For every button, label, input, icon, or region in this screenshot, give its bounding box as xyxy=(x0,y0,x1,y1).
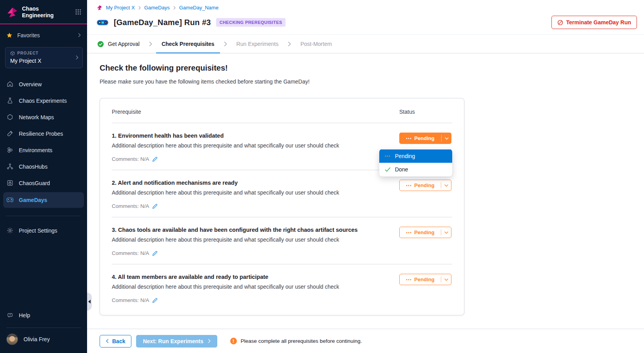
status-dropdown-button[interactable]: Pending xyxy=(399,274,451,285)
prohibit-icon xyxy=(557,20,563,25)
help-chat-icon: ? xyxy=(6,312,14,318)
hexagon-icon xyxy=(6,114,14,120)
prerequisite-description: Additional description here about this p… xyxy=(112,142,380,149)
sidebar-item-network-maps[interactable]: Network Maps xyxy=(0,109,87,126)
breadcrumb-gameday-name[interactable]: GameDay_Name xyxy=(179,5,218,11)
svg-text:?: ? xyxy=(9,313,11,316)
breadcrumb: My Project X GameDays GameDay_Name xyxy=(96,5,638,11)
back-button[interactable]: Back xyxy=(100,335,131,348)
step-get-approval[interactable]: Get Approval xyxy=(97,35,140,53)
status-dropdown-button[interactable]: Pending xyxy=(399,180,451,191)
warning-icon: ! xyxy=(230,338,237,344)
sidebar-item-overview[interactable]: Overview xyxy=(0,76,87,93)
probe-icon xyxy=(6,130,14,137)
gamepad-icon xyxy=(6,197,14,203)
sidebar-item-favorites[interactable]: Favorites xyxy=(0,24,87,41)
edit-comment-icon[interactable] xyxy=(152,156,158,162)
environments-icon xyxy=(6,147,14,153)
column-prerequisite: Prerequisite xyxy=(112,109,399,115)
gamepad-color-icon xyxy=(96,19,109,26)
sidebar-item-gamedays[interactable]: GameDays xyxy=(3,192,84,208)
chevron-right-icon xyxy=(208,339,211,343)
status-badge: CHECKING PREREQUISITES xyxy=(216,18,286,27)
brand-row: Chaos Engineering xyxy=(0,0,87,24)
avatar xyxy=(6,333,18,345)
terminate-gameday-button[interactable]: Terminate GameDay Run xyxy=(551,16,637,29)
option-label: Done xyxy=(395,166,408,173)
back-label: Back xyxy=(112,338,125,344)
status-label: Pending xyxy=(414,182,434,188)
sidebar-item-chaosguard[interactable]: ChaosGuard xyxy=(0,175,87,191)
main-area: My Project X GameDays GameDay_Name [Game… xyxy=(87,0,644,353)
nav-label: Network Maps xyxy=(19,114,54,120)
content-heading: Check the following prerequisites! xyxy=(100,64,631,73)
status-label: Pending xyxy=(414,277,434,282)
edit-comment-icon[interactable] xyxy=(152,298,158,303)
pending-dots-icon xyxy=(406,232,411,233)
prerequisites-warning: ! Please complete all prerequisites befo… xyxy=(230,338,362,344)
prerequisite-description: Additional description here about this p… xyxy=(112,189,380,196)
sidebar-item-chaos-experiments[interactable]: Chaos Experiments xyxy=(0,93,87,109)
nav-label: GameDays xyxy=(19,197,47,203)
chevron-right-icon xyxy=(138,6,141,10)
star-icon xyxy=(6,32,13,38)
step-post-mortem[interactable]: Post-Mortem xyxy=(300,35,332,53)
next-run-experiments-button[interactable]: Next: Run Experiments xyxy=(136,335,217,348)
sidebar-item-environments[interactable]: Environments xyxy=(0,142,87,158)
step-label: Post-Mortem xyxy=(300,41,332,47)
sidebar-item-help[interactable]: ? Help xyxy=(0,307,87,324)
breadcrumb-project[interactable]: My Project X xyxy=(106,5,135,11)
home-icon xyxy=(6,81,14,87)
edit-comment-icon[interactable] xyxy=(152,204,158,209)
project-label: PROJECT xyxy=(17,51,38,55)
chevron-right-icon xyxy=(288,42,291,46)
hub-icon xyxy=(6,163,14,170)
step-check-prerequisites[interactable]: Check Prerequisites xyxy=(162,35,215,53)
nav-label: Project Settings xyxy=(19,227,57,234)
sidebar-collapse-handle[interactable] xyxy=(87,293,92,311)
chevron-right-icon xyxy=(224,42,227,46)
status-dropdown-button[interactable]: Pending xyxy=(399,133,451,144)
comments-value: Comments: N/A xyxy=(112,297,149,303)
check-icon xyxy=(384,167,391,172)
status-dropdown-menu: Pending Done xyxy=(379,149,452,176)
project-selector[interactable]: PROJECT My Project X xyxy=(5,47,83,68)
prerequisite-row-1: 1. Environment health has been validated… xyxy=(112,123,452,170)
step-run-experiments[interactable]: Run Experiments xyxy=(236,35,278,53)
status-dropdown-button[interactable]: Pending xyxy=(399,227,451,238)
user-menu[interactable]: Olivia Frey xyxy=(0,332,87,353)
step-label: Run Experiments xyxy=(236,41,278,47)
nav-label: Environments xyxy=(19,147,53,153)
chevron-down-icon xyxy=(441,227,451,238)
sidebar-item-resilience-probes[interactable]: Resilience Probes xyxy=(0,126,87,142)
chaos-mini-logo-icon xyxy=(96,5,102,11)
prerequisites-card: Prerequisite Status 1. Environment healt… xyxy=(100,98,464,315)
content-area: Check the following prerequisites! Pleas… xyxy=(87,53,644,329)
sidebar: Chaos Engineering Favorites PROJECT xyxy=(0,0,87,353)
comments-value: Comments: N/A xyxy=(112,203,149,209)
chevron-right-icon xyxy=(173,6,176,10)
breadcrumb-gamedays[interactable]: GameDays xyxy=(144,5,170,11)
nav-label: Resilience Probes xyxy=(19,131,63,137)
pending-dots-icon xyxy=(406,138,411,139)
dropdown-option-pending[interactable]: Pending xyxy=(379,149,452,163)
flask-icon xyxy=(6,97,14,104)
sidebar-item-project-settings[interactable]: Project Settings xyxy=(0,222,87,239)
check-circle-icon xyxy=(97,41,104,47)
comments-value: Comments: N/A xyxy=(112,250,149,256)
cube-icon xyxy=(10,51,15,56)
edit-comment-icon[interactable] xyxy=(152,251,158,256)
prerequisite-row-2: 2. Alert and notification mechanisms are… xyxy=(112,170,452,217)
column-status: Status xyxy=(399,109,452,115)
step-label: Check Prerequisites xyxy=(162,41,215,47)
sidebar-item-chaoshubs[interactable]: ChaosHubs xyxy=(0,158,87,175)
chevron-left-icon xyxy=(106,339,109,343)
prerequisite-row-3: 3. Chaos tools are available and have be… xyxy=(112,217,452,264)
terminate-label: Terminate GameDay Run xyxy=(566,19,631,25)
dropdown-option-done[interactable]: Done xyxy=(379,163,452,176)
pending-dots-icon xyxy=(384,155,391,157)
grid-icon[interactable] xyxy=(75,9,82,15)
lock-icon xyxy=(6,180,14,186)
chevron-down-icon xyxy=(442,133,451,144)
prerequisite-title: 2. Alert and notification mechanisms are… xyxy=(112,180,380,186)
